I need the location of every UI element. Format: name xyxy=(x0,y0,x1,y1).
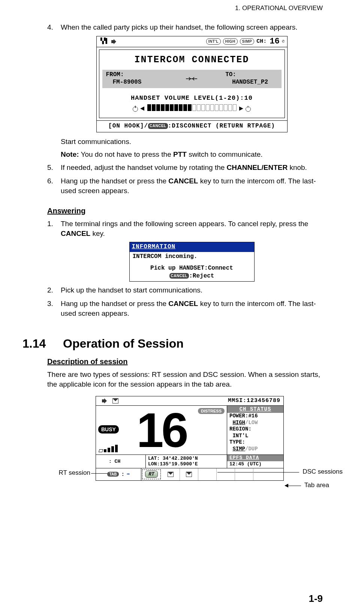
step-6-pre: Hang up the handset or press the xyxy=(61,177,168,185)
signal-icon: ▝▞▌ xyxy=(99,38,109,45)
high-low-row: HIGH/LOW xyxy=(227,420,283,426)
footer-post: :DISCONNECT (RETURN RTPAGE) xyxy=(168,123,275,129)
epfs-header: EPFS DATA xyxy=(227,455,283,461)
simp-pill: SIMP xyxy=(240,38,254,45)
envelope-icon-tab2 xyxy=(186,472,192,477)
figure-session-screen: MMSI:123456789 DISTRESS BUSY 16 CH STATU… xyxy=(96,396,284,481)
note-end: switch to communicate. xyxy=(187,150,263,158)
section-title: Operation of Session xyxy=(63,337,184,351)
signal-bars-icon xyxy=(99,445,118,452)
tab-key-area: TAB : ➡ xyxy=(96,468,141,480)
distress-badge: DISTRESS xyxy=(198,408,225,414)
knob-left-icon xyxy=(133,106,138,112)
figure-information-popup: INFORMATION INTERCOM incoming. Pick up H… xyxy=(129,242,255,282)
channel-display: DISTRESS BUSY 16 xyxy=(96,406,227,454)
description-paragraph: There are two types of sessions: RT sess… xyxy=(47,370,323,389)
figure3-midrow: : CH LAT: 34°42.2800'N LON:135°19.5900'E… xyxy=(96,454,283,468)
answering-step-2-text: Pick up the handset to start communicati… xyxy=(61,286,202,294)
note-rest: You do not have to press the xyxy=(79,150,173,158)
tab-dsc-2 xyxy=(180,468,198,480)
step-4: 4. When the called party picks up their … xyxy=(47,22,323,159)
knob-icon-a xyxy=(98,459,102,463)
cancel-badge-2: CANCEL xyxy=(169,273,189,279)
answering-step-1-bold: CANCEL xyxy=(61,230,90,237)
running-header: 1. OPERATIONAL OVERVIEW xyxy=(22,4,323,12)
arrow-left-head-icon xyxy=(285,484,288,488)
dup-value: /DUP xyxy=(245,446,258,452)
callout-tab-area: Tab area xyxy=(304,482,329,489)
figure3-tabrow: TAB : ➡ RT xyxy=(96,468,283,480)
ch-number: 16 xyxy=(270,36,279,47)
simp-dup-row: SIMP/DUP xyxy=(227,446,283,453)
arrow-right-blue-icon: ➡ xyxy=(127,471,130,477)
tab-dsc-1 xyxy=(162,468,180,480)
section-number: 1.14 xyxy=(22,337,52,351)
tab-colon: : xyxy=(121,471,124,477)
answering-step-1-number: 1. xyxy=(47,219,53,229)
figure-session-wrapper: RT session DSC sessions Tab area MMSI:12… xyxy=(43,396,336,481)
arrow-right-icon: ► xyxy=(239,104,243,114)
tab-empty-3 xyxy=(235,468,253,480)
answering-step-3-number: 3. xyxy=(47,299,53,309)
step-4-sub-a: Start communications. xyxy=(61,137,323,147)
step-5-pre: If needed, adjust the handset volume by … xyxy=(61,164,227,171)
answering-step-1-post: key. xyxy=(90,230,105,237)
callout-dsc-sessions: DSC sessions xyxy=(303,468,343,476)
tab-badge: TAB xyxy=(107,472,119,477)
mmsi-label: MMSI:123456789 xyxy=(228,398,280,404)
rt-tab-label: RT xyxy=(145,471,158,478)
footer-pre: [ON HOOK]/ xyxy=(108,123,148,129)
figure2-header: INFORMATION xyxy=(130,242,254,252)
speaker-icon-2 xyxy=(102,398,108,404)
description-heading: Description of session xyxy=(47,357,323,366)
step-5: 5. If needed, adjust the handset volume … xyxy=(47,163,323,172)
volume-label: HANDSET VOLUME LEVEL(1-20):10 xyxy=(102,94,282,103)
step-5-number: 5. xyxy=(47,163,53,172)
ch-selector-label: : CH xyxy=(109,459,120,464)
envelope-icon xyxy=(112,398,118,404)
ch-status-panel: CH STATUS POWER:#16 HIGH/LOW REGION: INT… xyxy=(227,406,283,454)
envelope-icon-tab1 xyxy=(168,472,174,477)
intl-pill: INT'L xyxy=(206,38,221,45)
region-value: INT'L xyxy=(227,433,283,440)
answering-step-3-pre: Hang up the handset or press the xyxy=(61,300,168,308)
answering-step-1-pre: The terminal rings and the following scr… xyxy=(61,220,308,228)
lon-value: LON:135°19.5900'E xyxy=(148,461,225,467)
epfs-box: EPFS DATA 12:45 (UTC) xyxy=(227,455,283,468)
epfs-time: 12:45 (UTC) xyxy=(227,461,283,468)
from-label: FROM: xyxy=(106,71,158,78)
figure1-topbar: ▝▞▌ INT'L HIGH SIMP CH: 16 ✆ xyxy=(97,36,287,47)
step-5-post: knob. xyxy=(288,164,307,171)
tab-empty-1 xyxy=(198,468,217,480)
answering-heading: Answering xyxy=(47,207,323,215)
tab-empty-2 xyxy=(217,468,235,480)
note-ptt: PTT xyxy=(173,150,187,158)
answering-step-3-bold: CANCEL xyxy=(168,300,198,308)
answering-step-1: 1. The terminal rings and the following … xyxy=(47,219,323,282)
figure1-footer: [ON HOOK]/CANCEL:DISCONNECT (RETURN RTPA… xyxy=(97,120,287,132)
figure2-line3-post: :Reject xyxy=(189,273,214,279)
step-6-bold: CANCEL xyxy=(168,177,198,185)
tab-empty-4 xyxy=(253,468,271,480)
step-5-bold: CHANNEL/ENTER xyxy=(227,164,288,171)
figure2-line3: CANCEL:Reject xyxy=(133,272,251,280)
volume-bar: ◄ ► xyxy=(102,104,282,114)
figure2-line2: Pick up HANDSET:Connect xyxy=(133,264,251,272)
section-heading: 1.14 Operation of Session xyxy=(22,337,323,351)
ch-status-header: CH STATUS xyxy=(227,406,283,413)
high-pill: HIGH xyxy=(223,38,238,45)
step-6: 6. Hang up the handset or press the CANC… xyxy=(47,176,323,195)
low-value: /LOW xyxy=(245,420,258,426)
figure3-topbar: MMSI:123456789 xyxy=(96,396,283,406)
answering-step-2-number: 2. xyxy=(47,285,53,295)
figure1-title: INTERCOM CONNECTED xyxy=(102,54,282,66)
from-value: FM-8900S xyxy=(106,79,158,86)
step-4-text: When the called party picks up their han… xyxy=(61,23,298,31)
link-icon xyxy=(185,76,198,81)
figure-intercom-connected: ▝▞▌ INT'L HIGH SIMP CH: 16 ✆ INTERCOM CO… xyxy=(96,36,288,132)
figure2-line1: INTERCOM incoming. xyxy=(133,253,251,261)
arrow-left-icon: ◄ xyxy=(140,104,144,114)
region-label: REGION: xyxy=(227,426,283,433)
tab-rt: RT xyxy=(142,470,161,479)
step-4-note: Note: You do not have to press the PTT s… xyxy=(61,150,323,159)
